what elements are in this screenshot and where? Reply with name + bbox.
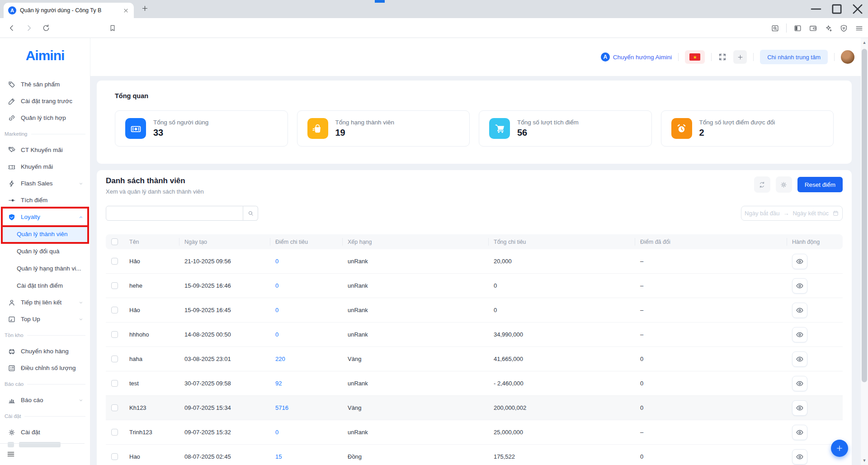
sidebar-item-label: Quản lý tích hợp (21, 114, 66, 121)
tab-close-icon[interactable] (123, 7, 129, 14)
search-tabs-icon[interactable] (771, 24, 779, 33)
page-scrollbar[interactable]: ▲ ▼ (861, 38, 868, 465)
scroll-down-arrow[interactable]: ▼ (861, 457, 868, 464)
sidebar-item[interactable]: Điều chỉnh số lượng (0, 360, 90, 376)
new-tab-button[interactable] (141, 5, 149, 12)
sidebar-toggle-icon[interactable] (793, 24, 802, 33)
ai-assistant-icon[interactable] (824, 24, 833, 33)
view-member-button[interactable] (792, 376, 807, 391)
sidebar-item[interactable]: Top Up (0, 311, 90, 327)
language-button[interactable]: ★ (685, 50, 705, 64)
members-table: TênNgày tạoĐiểm chi tiêuXếp hạngTổng chi… (106, 234, 843, 465)
sidebar-subitem[interactable]: Quản lý đổi quà (1, 242, 89, 260)
row-checkbox[interactable] (111, 453, 118, 460)
member-row[interactable]: Trinh12309-07-2025 15:320unRank25,000,00… (106, 420, 843, 445)
date-range-picker[interactable]: Ngày bắt đầu → Ngày kết thúc (741, 206, 843, 221)
member-row[interactable]: hehe15-09-2025 16:460unRank0– (106, 274, 843, 298)
row-checkbox[interactable] (111, 380, 118, 387)
points-link[interactable]: 5716 (270, 396, 342, 420)
member-row[interactable]: Kh12309-07-2025 15:345716Vàng200,000,002… (106, 396, 843, 420)
member-row[interactable]: test30-07-2025 09:5892unRank- 2,460,0000 (106, 371, 843, 396)
sidebar-item[interactable]: CT Khuyến mãi (0, 142, 90, 158)
row-checkbox[interactable] (111, 331, 118, 338)
view-member-button[interactable] (792, 303, 807, 318)
points-link[interactable]: 0 (270, 298, 342, 323)
sidebar-item[interactable]: Tích điểm (0, 192, 90, 209)
sidebar-item-label: CT Khuyến mãi (21, 147, 63, 153)
select-all-checkbox[interactable] (111, 238, 118, 245)
row-checkbox[interactable] (111, 307, 118, 313)
bookmark-icon[interactable] (108, 24, 117, 32)
member-row[interactable]: haha03-08-2025 23:01220Vàng41,665,0000 (106, 347, 843, 371)
browser-tab[interactable]: A Quản lý người dùng - Công Ty B (4, 3, 134, 18)
row-checkbox[interactable] (111, 356, 118, 362)
redirect-link[interactable]: A Chuyển hướng Aimini (601, 52, 672, 62)
member-row[interactable]: hhhoho14-08-2025 00:500unRank34,990,000– (106, 323, 843, 347)
reset-points-button[interactable]: Reset điểm (797, 177, 843, 192)
sidebar-item[interactable]: Cài đặt (0, 424, 90, 441)
points-link[interactable]: 0 (270, 420, 342, 445)
minimize-button[interactable] (806, 0, 826, 18)
sidebar-item[interactable]: Loyalty (0, 209, 90, 225)
sidebar-item[interactable]: Chuyển kho hàng (0, 343, 90, 360)
member-row[interactable]: Hảo15-09-2025 16:450unRank0– (106, 298, 843, 323)
wallet-icon[interactable] (809, 24, 817, 33)
stat-label: Tổng hạng thành viên (335, 119, 395, 126)
search-button[interactable] (243, 206, 258, 221)
member-row[interactable]: Hao08-07-2025 02:4515Đồng175,5220 (106, 445, 843, 465)
fullscreen-icon[interactable] (718, 52, 727, 62)
points-redeemed: 0 (635, 371, 787, 396)
member-row[interactable]: Hảo21-10-2025 09:560unRank20,000– (106, 249, 843, 274)
view-member-button[interactable] (792, 449, 807, 465)
reload-button[interactable] (42, 24, 51, 33)
points-link[interactable]: 92 (270, 371, 342, 396)
forward-button[interactable] (24, 24, 33, 33)
sidebar-item[interactable]: Thẻ sản phẩm (0, 76, 90, 93)
row-checkbox[interactable] (111, 429, 118, 436)
view-member-button[interactable] (792, 400, 807, 416)
sidebar-item-label: Flash Sales (21, 180, 53, 187)
search-input[interactable] (106, 206, 243, 221)
close-window-button[interactable] (847, 0, 868, 18)
sidebar-subitem[interactable]: Cài đặt tính điểm (1, 277, 89, 294)
view-member-button[interactable] (792, 254, 807, 269)
view-member-button[interactable] (792, 351, 807, 367)
alarm-icon (671, 118, 692, 139)
maximize-button[interactable] (826, 0, 847, 18)
table-settings-icon[interactable] (780, 181, 788, 189)
scrollbar-thumb[interactable] (862, 49, 867, 382)
points-link[interactable]: 0 (270, 323, 342, 347)
sidebar-subitem[interactable]: Quản lý thành viên (1, 225, 89, 242)
adjust-icon (8, 364, 16, 372)
view-member-button[interactable] (792, 278, 807, 294)
sidebar-item[interactable]: Khuyến mãi (0, 158, 90, 175)
scroll-up-arrow[interactable]: ▲ (861, 39, 868, 46)
view-member-button[interactable] (792, 327, 807, 342)
user-avatar[interactable] (841, 50, 854, 64)
add-member-fab[interactable] (831, 440, 848, 457)
branch-button[interactable]: Chi nhánh trung tâm (760, 50, 828, 64)
sidebar-item[interactable]: Cài đặt trang trước (0, 93, 90, 109)
sidebar-subitem[interactable]: Quản lý hạng thành vi... (1, 260, 89, 277)
vpn-shield-icon[interactable] (840, 24, 848, 33)
row-checkbox[interactable] (111, 282, 118, 289)
collapse-sidebar-icon[interactable] (5, 450, 16, 459)
view-member-button[interactable] (792, 425, 807, 440)
row-checkbox[interactable] (111, 404, 118, 411)
row-checkbox[interactable] (111, 258, 118, 265)
sidebar-item[interactable]: Tiếp thị liên kết (0, 294, 90, 311)
members-table-wrap: TênNgày tạoĐiểm chi tiêuXếp hạngTổng chi… (106, 234, 843, 465)
points-link[interactable]: 0 (270, 249, 342, 274)
points-link[interactable]: 0 (270, 274, 342, 298)
sidebar-item-label: Cài đặt trang trước (21, 98, 72, 104)
browser-menu-icon[interactable] (855, 24, 863, 33)
back-button[interactable] (7, 24, 16, 33)
add-icon[interactable] (737, 54, 744, 61)
sidebar-item[interactable]: Flash Sales (0, 175, 90, 192)
points-link[interactable]: 15 (270, 445, 342, 465)
sidebar-item[interactable]: Báo cáo (0, 392, 90, 408)
sidebar-item[interactable]: Quản lý tích hợp (0, 109, 90, 126)
refresh-icon[interactable] (758, 181, 766, 189)
points-link[interactable]: 220 (270, 347, 342, 371)
sidebar-section-label: Báo cáo (0, 376, 90, 392)
